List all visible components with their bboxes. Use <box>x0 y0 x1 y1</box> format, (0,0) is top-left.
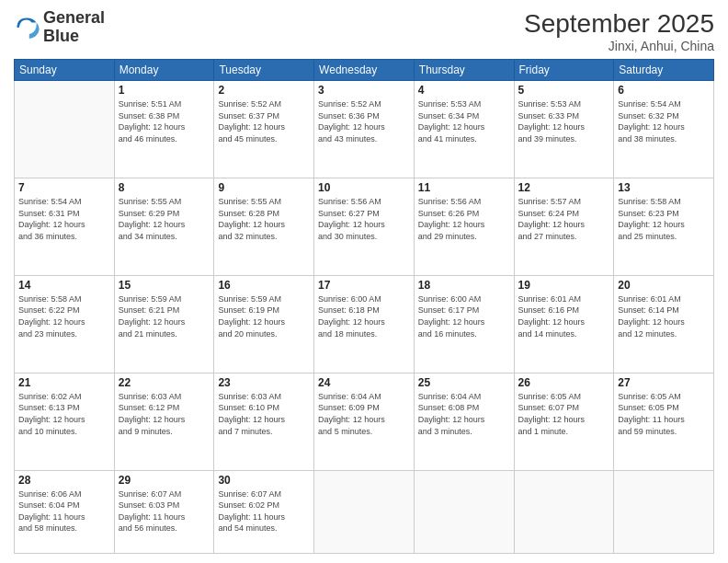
table-row: 29Sunrise: 6:07 AM Sunset: 6:03 PM Dayli… <box>114 470 214 553</box>
table-row: 17Sunrise: 6:00 AM Sunset: 6:18 PM Dayli… <box>314 275 415 373</box>
day-info: Sunrise: 5:54 AM Sunset: 6:32 PM Dayligh… <box>618 98 710 144</box>
table-row <box>15 81 115 178</box>
day-number: 22 <box>119 376 210 389</box>
table-row: 3Sunrise: 5:52 AM Sunset: 6:36 PM Daylig… <box>314 81 415 178</box>
day-number: 18 <box>418 279 510 292</box>
day-info: Sunrise: 6:00 AM Sunset: 6:17 PM Dayligh… <box>418 293 510 339</box>
day-info: Sunrise: 5:52 AM Sunset: 6:36 PM Dayligh… <box>318 98 410 144</box>
table-row: 9Sunrise: 5:55 AM Sunset: 6:28 PM Daylig… <box>214 178 314 275</box>
table-row: 16Sunrise: 5:59 AM Sunset: 6:19 PM Dayli… <box>214 275 314 373</box>
day-number: 29 <box>119 474 210 487</box>
table-row: 7Sunrise: 5:54 AM Sunset: 6:31 PM Daylig… <box>15 178 115 275</box>
day-info: Sunrise: 6:04 AM Sunset: 6:08 PM Dayligh… <box>418 391 510 437</box>
day-number: 14 <box>18 279 110 292</box>
table-row: 5Sunrise: 5:53 AM Sunset: 6:33 PM Daylig… <box>514 81 614 178</box>
day-info: Sunrise: 6:03 AM Sunset: 6:12 PM Dayligh… <box>119 391 210 437</box>
day-info: Sunrise: 5:59 AM Sunset: 6:19 PM Dayligh… <box>218 293 310 339</box>
day-info: Sunrise: 6:05 AM Sunset: 6:07 PM Dayligh… <box>518 391 610 437</box>
table-row: 12Sunrise: 5:57 AM Sunset: 6:24 PM Dayli… <box>514 178 614 275</box>
day-info: Sunrise: 5:56 AM Sunset: 6:27 PM Dayligh… <box>318 196 410 242</box>
table-row: 6Sunrise: 5:54 AM Sunset: 6:32 PM Daylig… <box>614 81 714 178</box>
day-info: Sunrise: 6:01 AM Sunset: 6:14 PM Dayligh… <box>618 293 710 339</box>
day-number: 19 <box>518 279 610 292</box>
table-row: 14Sunrise: 5:58 AM Sunset: 6:22 PM Dayli… <box>15 275 115 373</box>
day-info: Sunrise: 5:53 AM Sunset: 6:33 PM Dayligh… <box>518 98 610 144</box>
day-number: 4 <box>418 84 510 97</box>
col-saturday: Saturday <box>614 60 714 81</box>
day-info: Sunrise: 6:03 AM Sunset: 6:10 PM Dayligh… <box>218 391 310 437</box>
day-number: 2 <box>218 84 310 97</box>
day-info: Sunrise: 5:53 AM Sunset: 6:34 PM Dayligh… <box>418 98 510 144</box>
day-info: Sunrise: 6:04 AM Sunset: 6:09 PM Dayligh… <box>318 391 410 437</box>
day-info: Sunrise: 5:52 AM Sunset: 6:37 PM Dayligh… <box>218 98 310 144</box>
day-number: 17 <box>318 279 410 292</box>
calendar-header-row: Sunday Monday Tuesday Wednesday Thursday… <box>15 60 714 81</box>
day-number: 30 <box>218 474 310 487</box>
day-number: 15 <box>119 279 210 292</box>
day-number: 27 <box>618 376 710 389</box>
col-monday: Monday <box>114 60 214 81</box>
day-info: Sunrise: 6:06 AM Sunset: 6:04 PM Dayligh… <box>18 488 110 534</box>
logo-text: General Blue <box>43 9 105 46</box>
table-row: 23Sunrise: 6:03 AM Sunset: 6:10 PM Dayli… <box>214 373 314 470</box>
day-number: 20 <box>618 279 710 292</box>
day-number: 28 <box>18 474 110 487</box>
day-number: 6 <box>618 84 710 97</box>
day-number: 25 <box>418 376 510 389</box>
subtitle: Jinxi, Anhui, China <box>524 39 714 53</box>
table-row: 27Sunrise: 6:05 AM Sunset: 6:05 PM Dayli… <box>614 373 714 470</box>
day-info: Sunrise: 6:05 AM Sunset: 6:05 PM Dayligh… <box>618 391 710 437</box>
table-row: 11Sunrise: 5:56 AM Sunset: 6:26 PM Dayli… <box>414 178 514 275</box>
col-thursday: Thursday <box>414 60 514 81</box>
table-row: 1Sunrise: 5:51 AM Sunset: 6:38 PM Daylig… <box>114 81 214 178</box>
page: General Blue September 2025 Jinxi, Anhui… <box>0 0 728 563</box>
table-row <box>514 470 614 553</box>
calendar: Sunday Monday Tuesday Wednesday Thursday… <box>14 59 714 554</box>
table-row: 26Sunrise: 6:05 AM Sunset: 6:07 PM Dayli… <box>514 373 614 470</box>
day-info: Sunrise: 6:01 AM Sunset: 6:16 PM Dayligh… <box>518 293 610 339</box>
day-number: 13 <box>618 181 710 194</box>
day-info: Sunrise: 5:56 AM Sunset: 6:26 PM Dayligh… <box>418 196 510 242</box>
day-number: 11 <box>418 181 510 194</box>
table-row: 21Sunrise: 6:02 AM Sunset: 6:13 PM Dayli… <box>15 373 115 470</box>
day-number: 9 <box>218 181 310 194</box>
logo: General Blue <box>14 9 105 46</box>
table-row: 19Sunrise: 6:01 AM Sunset: 6:16 PM Dayli… <box>514 275 614 373</box>
table-row: 25Sunrise: 6:04 AM Sunset: 6:08 PM Dayli… <box>414 373 514 470</box>
day-number: 3 <box>318 84 410 97</box>
table-row: 20Sunrise: 6:01 AM Sunset: 6:14 PM Dayli… <box>614 275 714 373</box>
table-row: 4Sunrise: 5:53 AM Sunset: 6:34 PM Daylig… <box>414 81 514 178</box>
day-info: Sunrise: 5:58 AM Sunset: 6:22 PM Dayligh… <box>18 293 110 339</box>
header: General Blue September 2025 Jinxi, Anhui… <box>14 9 714 53</box>
col-friday: Friday <box>514 60 614 81</box>
day-number: 26 <box>518 376 610 389</box>
table-row: 30Sunrise: 6:07 AM Sunset: 6:02 PM Dayli… <box>214 470 314 553</box>
day-info: Sunrise: 5:51 AM Sunset: 6:38 PM Dayligh… <box>119 98 210 144</box>
day-number: 12 <box>518 181 610 194</box>
table-row <box>414 470 514 553</box>
day-info: Sunrise: 5:55 AM Sunset: 6:28 PM Dayligh… <box>218 196 310 242</box>
day-number: 8 <box>119 181 210 194</box>
day-number: 21 <box>18 376 110 389</box>
table-row <box>314 470 415 553</box>
day-info: Sunrise: 5:55 AM Sunset: 6:29 PM Dayligh… <box>119 196 210 242</box>
table-row: 10Sunrise: 5:56 AM Sunset: 6:27 PM Dayli… <box>314 178 415 275</box>
title-block: September 2025 Jinxi, Anhui, China <box>524 9 714 53</box>
table-row: 28Sunrise: 6:06 AM Sunset: 6:04 PM Dayli… <box>15 470 115 553</box>
day-info: Sunrise: 6:07 AM Sunset: 6:02 PM Dayligh… <box>218 488 310 534</box>
day-info: Sunrise: 6:00 AM Sunset: 6:18 PM Dayligh… <box>318 293 410 339</box>
day-info: Sunrise: 6:07 AM Sunset: 6:03 PM Dayligh… <box>119 488 210 534</box>
table-row: 18Sunrise: 6:00 AM Sunset: 6:17 PM Dayli… <box>414 275 514 373</box>
table-row <box>614 470 714 553</box>
col-wednesday: Wednesday <box>314 60 415 81</box>
col-tuesday: Tuesday <box>214 60 314 81</box>
day-number: 7 <box>18 181 110 194</box>
day-number: 10 <box>318 181 410 194</box>
day-info: Sunrise: 5:54 AM Sunset: 6:31 PM Dayligh… <box>18 196 110 242</box>
day-number: 1 <box>119 84 210 97</box>
table-row: 13Sunrise: 5:58 AM Sunset: 6:23 PM Dayli… <box>614 178 714 275</box>
month-title: September 2025 <box>524 9 714 39</box>
table-row: 8Sunrise: 5:55 AM Sunset: 6:29 PM Daylig… <box>114 178 214 275</box>
day-number: 23 <box>218 376 310 389</box>
table-row: 22Sunrise: 6:03 AM Sunset: 6:12 PM Dayli… <box>114 373 214 470</box>
